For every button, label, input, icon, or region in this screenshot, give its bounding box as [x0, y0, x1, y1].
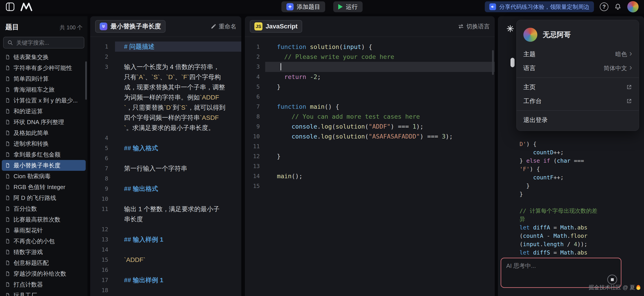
sidebar-item[interactable]: 简单四则计算: [2, 73, 86, 84]
ai-sparkle-icon[interactable]: [506, 25, 514, 33]
problem-list: 链表聚集交换字符串有多少种可能性简单四则计算青海湖租车之旅计算位置 x 到 y …: [0, 52, 88, 296]
sidebar-item[interactable]: 计算位置 x 到 y 的最少...: [2, 95, 86, 106]
document-icon: [5, 141, 10, 146]
sidebar-item-label: Cion 勒索病毒: [14, 172, 51, 180]
code-line: 13## 输入样例 1: [90, 234, 241, 244]
panel-resize-handle[interactable]: [510, 58, 514, 67]
notifications-icon[interactable]: [614, 3, 622, 10]
code-line: 9## 输出格式: [90, 184, 241, 194]
add-problem-label: 添加题目: [297, 3, 320, 11]
problem-title: 最小替换子串长度: [110, 22, 161, 31]
code-line: 9 console.log(solution("ADDF") === 1);: [245, 122, 495, 132]
problem-panel-header: 最小替换子串长度 重命名: [90, 16, 241, 37]
switch-language-button[interactable]: 切换语言: [458, 23, 490, 31]
menu-item-theme[interactable]: 主题 暗色 ›: [516, 47, 639, 61]
promo-banner[interactable]: 分享代码练习体验，领限量定制周边: [485, 1, 594, 12]
line-number: 1: [90, 42, 115, 52]
problem-count: 共 100 个: [60, 24, 82, 31]
difficulty-badge-icon: [100, 23, 107, 30]
menu-avatar: [523, 28, 537, 42]
menu-item-home[interactable]: 主页: [516, 80, 639, 94]
line-content: ## 输入格式: [115, 143, 241, 153]
sidebar-item[interactable]: 比赛最高获胜次数: [2, 214, 86, 225]
line-content: function solution(input) {: [265, 42, 495, 52]
menu-item-logout[interactable]: 退出登录: [516, 113, 639, 127]
line-number: 5: [245, 82, 265, 92]
panel-toggle-icon[interactable]: [6, 2, 15, 12]
run-label: 运行: [346, 3, 358, 11]
sidebar-item-label: 创意标题匹配: [14, 259, 49, 267]
line-number: 7: [245, 102, 265, 112]
code-line: 3: [245, 62, 495, 72]
sidebar-item-label: 暴雨梨花针: [14, 226, 43, 234]
sidebar-item-label: 穿越沙漠的补给次数: [14, 270, 66, 278]
sidebar-item[interactable]: 不再贪心的小包: [2, 236, 86, 247]
document-icon: [5, 109, 10, 114]
sidebar-scrollbar[interactable]: [85, 61, 87, 100]
user-info: 无忌阿哥: [516, 22, 639, 47]
stop-generation-button[interactable]: [607, 274, 617, 284]
sidebar-item[interactable]: 创意标题匹配: [2, 257, 86, 268]
sidebar-item[interactable]: 玩具工厂: [2, 290, 86, 296]
document-icon: [5, 65, 10, 71]
editor-scrollbar[interactable]: [492, 50, 494, 75]
sidebar-item[interactable]: 字符串有多少种可能性: [2, 63, 86, 73]
run-button[interactable]: 运行: [333, 1, 362, 12]
sidebar-item[interactable]: 穿越沙漠的补给次数: [2, 268, 86, 279]
problem-markdown-editor[interactable]: 1# 问题描述23输入一个长度为 4 倍数的字符串，只有`A`、`S`、`D`、…: [90, 38, 241, 296]
home-label: 主页: [523, 83, 536, 91]
problem-title-chip: 最小替换子串长度: [95, 20, 166, 33]
sidebar-item[interactable]: Cion 勒索病毒: [2, 171, 86, 182]
sidebar-item-label: 猜数字游戏: [14, 248, 43, 256]
line-content: D') {: [520, 140, 642, 148]
menu-item-language[interactable]: 语言 简体中文 ›: [516, 61, 639, 75]
line-number: 15: [90, 255, 115, 265]
document-icon: [5, 130, 10, 136]
rename-label: 重命名: [219, 23, 236, 31]
sidebar-item[interactable]: 打点计数器: [2, 279, 86, 290]
ai-input-box[interactable]: AI 思考中...: [500, 258, 622, 288]
help-icon[interactable]: ?: [600, 3, 608, 11]
sidebar-item[interactable]: 暴雨梨花针: [2, 225, 86, 236]
sidebar-item-label: 不再贪心的小包: [14, 237, 54, 245]
add-problem-button[interactable]: + 添加题目: [282, 1, 325, 12]
sidebar-item[interactable]: 进制求和转换: [2, 138, 86, 149]
user-avatar[interactable]: [627, 1, 638, 13]
code-editor[interactable]: 1function solution(input) {2 // Please w…: [245, 38, 495, 296]
code-line: 12}: [245, 151, 495, 161]
app-logo-icon[interactable]: [20, 2, 32, 11]
sidebar-item[interactable]: 和的逆运算: [2, 106, 86, 117]
sidebar-item-label: 打点计数器: [14, 281, 43, 288]
line-number: 8: [245, 112, 265, 122]
sidebar-item-label: 青海湖租车之旅: [14, 86, 54, 94]
sidebar-item[interactable]: 链表聚集交换: [2, 52, 86, 63]
external-link-icon: [626, 98, 632, 104]
code-line: 5## 输入格式: [90, 143, 241, 153]
code-line: (input.length / 4));: [520, 240, 642, 248]
sidebar-item-label: 拿到最多红包金额: [14, 151, 60, 159]
code-line: (countA - Math.floor: [520, 232, 642, 240]
menu-item-workbench[interactable]: 工作台: [516, 94, 639, 108]
document-icon: [5, 292, 10, 296]
search-input[interactable]: [16, 39, 80, 46]
line-content: }: [265, 82, 495, 92]
line-number: 16: [90, 265, 115, 275]
document-icon: [5, 206, 10, 211]
sidebar-item[interactable]: 及格如此简单: [2, 127, 86, 138]
line-content: }: [520, 190, 642, 198]
line-content: // You can add more test cases here: [265, 112, 495, 122]
line-content: 第一行输入一个字符串: [115, 163, 241, 173]
search-box[interactable]: [3, 37, 84, 49]
line-content: 'F') {: [520, 165, 642, 173]
code-line: 10: [90, 194, 241, 204]
rename-button[interactable]: 重命名: [210, 23, 236, 31]
sidebar-item[interactable]: 猜数字游戏: [2, 247, 86, 257]
sidebar-item[interactable]: 阿 D 的飞行路线: [2, 192, 86, 203]
sidebar-item[interactable]: 百分位数: [2, 203, 86, 214]
sidebar-item[interactable]: 青海湖租车之旅: [2, 84, 86, 95]
line-content: let diffA = Math.abs: [520, 223, 642, 232]
sidebar-item[interactable]: 拿到最多红包金额: [2, 149, 86, 160]
sidebar-item[interactable]: 最小替换子串长度: [2, 160, 86, 171]
sidebar-item[interactable]: 环状 DNA 序列整理: [2, 117, 86, 127]
sidebar-item[interactable]: RGB 色值转 Integer: [2, 182, 86, 192]
